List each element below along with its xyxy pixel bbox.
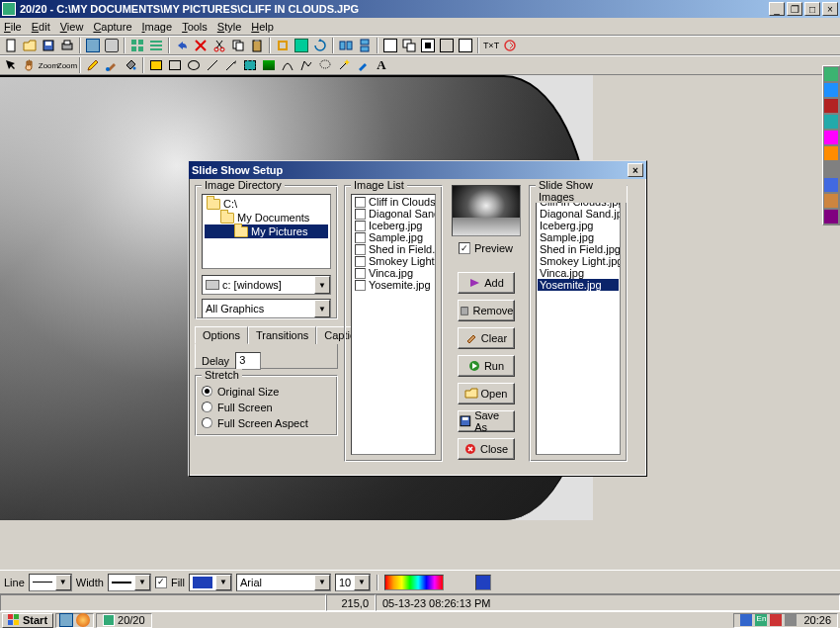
menu-edit[interactable]: Edit: [32, 21, 50, 33]
start-button[interactable]: Start: [2, 613, 53, 628]
menu-capture[interactable]: Capture: [93, 21, 131, 33]
rect-icon[interactable]: [166, 56, 184, 74]
ellipse-icon[interactable]: [185, 56, 203, 74]
thumbnails-icon[interactable]: [128, 37, 146, 54]
hand-icon[interactable]: [21, 56, 39, 74]
poly-icon[interactable]: [297, 56, 315, 74]
undo-icon[interactable]: [173, 37, 191, 54]
window1-icon[interactable]: [381, 37, 399, 54]
menu-image[interactable]: Image: [142, 21, 173, 33]
chevron-down-icon[interactable]: ▼: [314, 276, 330, 294]
arrow-icon[interactable]: [222, 56, 240, 74]
current-color-swatch[interactable]: [475, 575, 491, 590]
lasso-icon[interactable]: [316, 56, 334, 74]
palette-swatch[interactable]: [823, 82, 839, 98]
chevron-down-icon[interactable]: ▼: [314, 300, 330, 317]
fit-icon[interactable]: [419, 37, 437, 54]
color-spectrum[interactable]: [384, 575, 444, 590]
props-icon[interactable]: T×T: [482, 37, 500, 54]
menu-style[interactable]: Style: [217, 21, 241, 33]
delete-icon[interactable]: [192, 37, 210, 54]
tray-icon[interactable]: [770, 614, 782, 626]
taskbar-app-button[interactable]: 20/20: [96, 613, 152, 628]
palette-swatch[interactable]: [823, 98, 839, 114]
minimize-button[interactable]: _: [769, 2, 785, 16]
resize-icon[interactable]: [293, 37, 310, 54]
restore-button[interactable]: ❐: [787, 2, 802, 16]
image-list[interactable]: Cliff in Clouds.jpgDiagonal Sand.jpgIceb…: [351, 194, 436, 455]
print-icon[interactable]: [58, 37, 76, 54]
rect-fill-icon[interactable]: [147, 56, 165, 74]
line-width-combo[interactable]: ▼: [108, 574, 151, 591]
text-icon[interactable]: A: [373, 56, 390, 74]
tray-icon[interactable]: [740, 614, 752, 626]
tile-h-icon[interactable]: [337, 37, 355, 54]
slideshow-icon[interactable]: [457, 37, 474, 54]
font-combo[interactable]: Arial▼: [236, 574, 331, 591]
camera-icon[interactable]: [103, 37, 121, 54]
slideshow-list[interactable]: Cliff in Clouds.jpgDiagonal Sand.jpgIceb…: [536, 194, 621, 455]
tab-transitions[interactable]: Transitions: [248, 326, 316, 344]
pointer-icon[interactable]: [2, 56, 20, 74]
copy-icon[interactable]: [229, 37, 247, 54]
dialog-close-button[interactable]: ×: [628, 163, 643, 177]
clear-button[interactable]: Clear: [458, 327, 515, 349]
menu-tools[interactable]: Tools: [182, 21, 208, 33]
stretch-radio[interactable]: Original Size: [202, 384, 331, 399]
image-list-item[interactable]: Vinca.jpg: [353, 267, 434, 279]
image-list-item[interactable]: Iceberg.jpg: [353, 220, 434, 231]
gradient-icon[interactable]: [260, 56, 278, 74]
palette-swatch[interactable]: [823, 193, 839, 209]
crop-icon[interactable]: [274, 37, 292, 54]
wand-icon[interactable]: [335, 56, 353, 74]
palette-swatch[interactable]: [823, 145, 839, 161]
saveas-button[interactable]: Save As: [458, 410, 515, 432]
close-button[interactable]: Close: [458, 438, 515, 460]
refresh-icon[interactable]: [501, 37, 519, 54]
palette-swatch[interactable]: [823, 161, 839, 177]
delay-input[interactable]: 3: [235, 352, 261, 370]
tree-node[interactable]: My Pictures: [205, 224, 328, 238]
remove-button[interactable]: Remove: [458, 300, 515, 321]
desktop-icon[interactable]: [59, 613, 73, 627]
image-list-item[interactable]: Diagonal Sand.jpg: [353, 208, 434, 220]
fill-checkbox[interactable]: ✓Fill: [155, 577, 185, 588]
slideshow-list-item[interactable]: Sample.jpg: [538, 231, 619, 243]
slideshow-list-item[interactable]: Shed in Field.jpg: [538, 243, 619, 255]
zoom-icon[interactable]: Zoom: [40, 56, 57, 74]
image-list-item[interactable]: Yosemite.jpg: [353, 279, 434, 291]
tray-icon[interactable]: En: [755, 614, 767, 626]
list-icon[interactable]: [147, 37, 165, 54]
image-list-item[interactable]: Smokey Light.jpg: [353, 255, 434, 267]
maximize-button[interactable]: □: [804, 2, 820, 16]
palette-swatch[interactable]: [823, 177, 839, 193]
curve-icon[interactable]: [279, 56, 296, 74]
slideshow-list-item[interactable]: Diagonal Sand.jpg: [538, 208, 619, 220]
directory-tree[interactable]: C:\My DocumentsMy Pictures: [202, 194, 331, 269]
menu-help[interactable]: Help: [251, 21, 274, 33]
save-icon[interactable]: [40, 37, 57, 54]
open-icon[interactable]: [21, 37, 39, 54]
pencil-icon[interactable]: [84, 56, 102, 74]
menu-file[interactable]: File: [4, 21, 22, 33]
brush-icon[interactable]: [103, 56, 121, 74]
rotate-icon[interactable]: [311, 37, 329, 54]
line-style-combo[interactable]: ▼: [29, 574, 72, 591]
fill-color-combo[interactable]: ▼: [189, 574, 232, 591]
marquee-icon[interactable]: [241, 56, 259, 74]
run-button[interactable]: Run: [458, 355, 515, 377]
zoom2-icon[interactable]: Zoom: [58, 56, 76, 74]
open-button[interactable]: Open: [458, 383, 515, 404]
image-list-item[interactable]: Shed in Field.jpg: [353, 243, 434, 255]
palette-swatch[interactable]: [823, 66, 839, 82]
tree-node[interactable]: My Documents: [205, 211, 328, 224]
filter-combo[interactable]: All Graphics ▼: [202, 299, 331, 318]
image-list-item[interactable]: Cliff in Clouds.jpg: [353, 196, 434, 208]
palette-swatch[interactable]: [823, 130, 839, 145]
preview-checkbox[interactable]: ✓ Preview: [459, 242, 513, 254]
scan-icon[interactable]: [84, 37, 102, 54]
tab-options[interactable]: Options: [195, 326, 248, 344]
menu-view[interactable]: View: [60, 21, 84, 33]
tile-v-icon[interactable]: [356, 37, 374, 54]
paste-icon[interactable]: [248, 37, 266, 54]
